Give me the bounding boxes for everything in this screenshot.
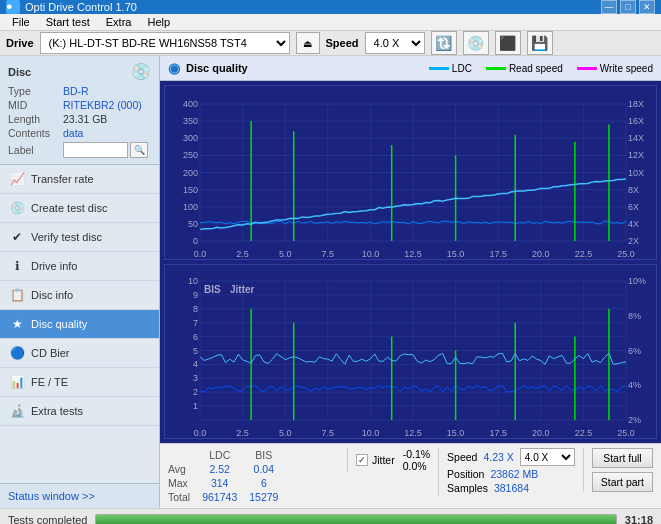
title-bar-left: ● Opti Drive Control 1.70 <box>6 0 137 14</box>
legend-write-speed: Write speed <box>577 63 653 74</box>
drive-bar: Drive (K:) HL-DT-ST BD-RE WH16NS58 TST4 … <box>0 31 661 56</box>
legend-write-speed-color <box>577 67 597 70</box>
speed-section: Speed 4.23 X 4.0 X Position 23862 MB Sam… <box>438 448 575 496</box>
samples-row: Samples 381684 <box>447 482 575 494</box>
cd-bier-icon: 🔵 <box>8 345 26 361</box>
nav-extra-tests[interactable]: 🔬 Extra tests <box>0 397 159 426</box>
legend-read-speed-color <box>486 67 506 70</box>
status-text: Tests completed <box>8 514 87 525</box>
nav-disc-quality[interactable]: ★ Disc quality <box>0 310 159 339</box>
toolbar-btn-1[interactable]: 🔃 <box>431 31 457 55</box>
position-row: Position 23862 MB <box>447 468 575 480</box>
create-test-disc-icon: 💿 <box>8 200 26 216</box>
drive-label: Drive <box>6 37 34 49</box>
jitter-checkbox[interactable]: ✓ <box>356 454 368 466</box>
chart2-wrapper <box>164 264 657 439</box>
verify-test-disc-icon: ✔ <box>8 229 26 245</box>
menu-start-test[interactable]: Start test <box>38 14 98 30</box>
menu-help[interactable]: Help <box>139 14 178 30</box>
nav-fe-te[interactable]: 📊 FE / TE <box>0 368 159 397</box>
eject-button[interactable]: ⏏ <box>296 32 320 54</box>
fe-te-icon: 📊 <box>8 374 26 390</box>
nav-cd-bier[interactable]: 🔵 CD Bier <box>0 339 159 368</box>
disc-label-input[interactable] <box>63 142 128 158</box>
nav-fe-te-label: FE / TE <box>31 376 68 388</box>
disc-label-search-button[interactable]: 🔍 <box>130 142 148 158</box>
speed-value: 4.23 X <box>483 451 513 463</box>
drive-info-icon: ℹ <box>8 258 26 274</box>
close-button[interactable]: ✕ <box>639 0 655 14</box>
disc-contents-value: data <box>63 127 151 139</box>
nav-verify-test-disc-label: Verify test disc <box>31 231 102 243</box>
main-area: Disc 💿 Type BD-R MID RITEKBR2 (000) Leng… <box>0 56 661 524</box>
sidebar: Disc 💿 Type BD-R MID RITEKBR2 (000) Leng… <box>0 56 160 508</box>
nav-transfer-rate-label: Transfer rate <box>31 173 94 185</box>
stats-avg-label: Avg <box>168 462 202 476</box>
transfer-rate-icon: 📈 <box>8 171 26 187</box>
jitter-section: ✓ Jitter -0.1% 0.0% <box>347 448 430 472</box>
nav-items: 📈 Transfer rate 💿 Create test disc ✔ Ver… <box>0 165 159 483</box>
start-full-button[interactable]: Start full <box>592 448 653 468</box>
nav-disc-quality-label: Disc quality <box>31 318 87 330</box>
stats-col-bis: BIS <box>249 448 290 462</box>
speed-select-dropdown[interactable]: 4.0 X <box>520 448 575 466</box>
legend-read-speed: Read speed <box>486 63 563 74</box>
nav-disc-info[interactable]: 📋 Disc info <box>0 281 159 310</box>
app-window: ● Opti Drive Control 1.70 — □ ✕ File Sta… <box>0 0 661 524</box>
title-bar-controls: — □ ✕ <box>601 0 655 14</box>
progress-bar-container <box>95 514 616 525</box>
quality-header: ◉ Disc quality LDC Read speed Write spee… <box>160 56 661 81</box>
menu-extra[interactable]: Extra <box>98 14 140 30</box>
speed-label: Speed <box>326 37 359 49</box>
stats-avg-ldc: 2.52 <box>202 462 249 476</box>
toolbar-btn-2[interactable]: 💿 <box>463 31 489 55</box>
position-label: Position <box>447 468 484 480</box>
toolbar-btn-4[interactable]: 💾 <box>527 31 553 55</box>
legend-read-speed-label: Read speed <box>509 63 563 74</box>
nav-transfer-rate[interactable]: 📈 Transfer rate <box>0 165 159 194</box>
stats-col-empty <box>168 448 202 462</box>
drive-select[interactable]: (K:) HL-DT-ST BD-RE WH16NS58 TST4 <box>40 32 290 54</box>
nav-cd-bier-label: CD Bier <box>31 347 70 359</box>
nav-create-test-disc[interactable]: 💿 Create test disc <box>0 194 159 223</box>
disc-label-label: Label <box>8 144 63 156</box>
nav-verify-test-disc[interactable]: ✔ Verify test disc <box>0 223 159 252</box>
stats-avg-bis: 0.04 <box>249 462 290 476</box>
stats-total-bis: 15279 <box>249 490 290 504</box>
menu-bar: File Start test Extra Help <box>0 14 661 31</box>
disc-label-row: Label 🔍 <box>8 142 151 158</box>
status-window-button[interactable]: Status window >> <box>0 483 159 508</box>
disc-quality-icon: ★ <box>8 316 26 332</box>
stats-row-max: Max 314 6 <box>168 476 290 490</box>
maximize-button[interactable]: □ <box>620 0 636 14</box>
jitter-values: -0.1% 0.0% <box>403 448 430 472</box>
stats-max-ldc: 314 <box>202 476 249 490</box>
nav-drive-info-label: Drive info <box>31 260 77 272</box>
main-layout: Disc 💿 Type BD-R MID RITEKBR2 (000) Leng… <box>0 56 661 508</box>
start-part-button[interactable]: Start part <box>592 472 653 492</box>
disc-icon: 💿 <box>131 62 151 81</box>
disc-length-value: 23.31 GB <box>63 113 151 125</box>
stats-table: LDC BIS Avg 2.52 0.04 <box>168 448 339 504</box>
content-area: ◉ Disc quality LDC Read speed Write spee… <box>160 56 661 508</box>
quality-title: Disc quality <box>186 62 248 74</box>
app-icon: ● <box>6 0 20 14</box>
charts-container <box>160 81 661 443</box>
disc-title: Disc <box>8 66 31 78</box>
nav-drive-info[interactable]: ℹ Drive info <box>0 252 159 281</box>
samples-label: Samples <box>447 482 488 494</box>
menu-file[interactable]: File <box>4 14 38 30</box>
legend-ldc-label: LDC <box>452 63 472 74</box>
quality-icon: ◉ <box>168 60 180 76</box>
speed-label: Speed <box>447 451 477 463</box>
chart1-canvas <box>165 86 656 259</box>
speed-select[interactable]: 4.0 X <box>365 32 425 54</box>
toolbar-btn-3[interactable]: ⬛ <box>495 31 521 55</box>
minimize-button[interactable]: — <box>601 0 617 14</box>
samples-value: 381684 <box>494 482 529 494</box>
legend-write-speed-label: Write speed <box>600 63 653 74</box>
disc-mid-row: MID RITEKBR2 (000) <box>8 99 151 111</box>
disc-contents-row: Contents data <box>8 127 151 139</box>
jitter-max: 0.0% <box>403 460 430 472</box>
nav-extra-tests-label: Extra tests <box>31 405 83 417</box>
